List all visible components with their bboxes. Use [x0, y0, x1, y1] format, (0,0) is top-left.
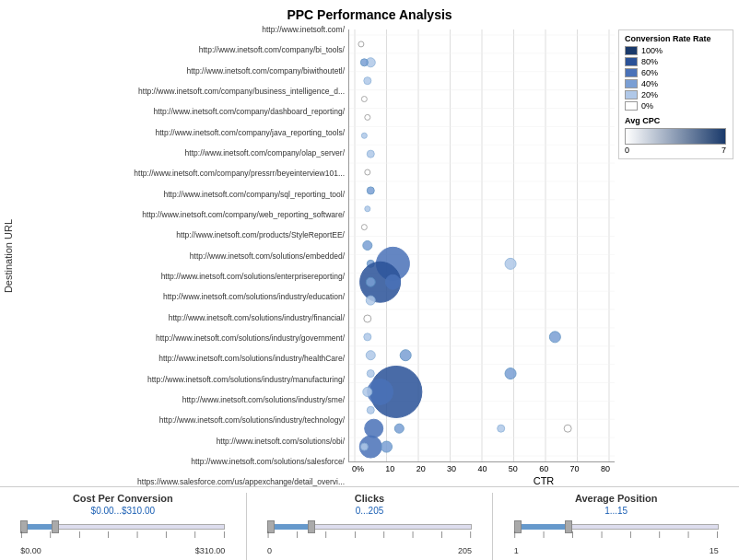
- y-tick-label: http://www.inetsoft.com/company/web_repo…: [17, 211, 345, 219]
- slider-panel-title: Average Position: [575, 493, 657, 504]
- chart-area: Destination URL http://www.inetsoft.com/…: [0, 26, 739, 486]
- main-container: PPC Performance Analysis Destination URL…: [0, 0, 739, 560]
- legend-item: 20%: [625, 90, 727, 99]
- slider-tick: |: [267, 530, 269, 538]
- slider-tick: |: [165, 530, 167, 538]
- svg-point-51: [366, 277, 375, 286]
- plot-area: [348, 29, 615, 462]
- y-tick-label: http://www.inetsoft.com/solutions/indust…: [17, 416, 345, 425]
- svg-point-50: [385, 274, 400, 289]
- x-tick-label: 30: [447, 464, 456, 473]
- svg-point-47: [505, 258, 516, 269]
- slider-right-label: $310.00: [195, 546, 226, 555]
- slider-track[interactable]: ||||||||: [267, 520, 472, 533]
- y-tick-label: http://www.inetsoft.com/solutions/indust…: [17, 396, 345, 404]
- legend-item: 100%: [625, 46, 727, 55]
- slider-panel: Cost Per Conversion $0.00...$310.00 ||||…: [0, 493, 247, 560]
- y-tick-label: http://www.inetsoft.com/company/sql_repo…: [17, 191, 345, 199]
- cpc-min: 0: [625, 146, 629, 155]
- slider-tick: |: [440, 530, 442, 538]
- slider-tick: |: [78, 530, 80, 538]
- y-tick-label: http://www.inetsoft.com/solutions/enterp…: [17, 273, 345, 281]
- slider-tick: |: [412, 530, 414, 538]
- slider-bottom-labels: $0.00 $310.00: [20, 546, 225, 555]
- bottom-section: Cost Per Conversion $0.00...$310.00 ||||…: [0, 486, 739, 560]
- svg-point-40: [367, 150, 374, 158]
- slider-track[interactable]: ||||||||: [514, 520, 719, 533]
- svg-point-56: [400, 350, 411, 361]
- y-tick-label: http://www.inetsoft.com/solutions/obi/: [17, 438, 345, 446]
- plot-and-legend: Conversion Rate Rate 100%80%60%40%20%0% …: [348, 26, 739, 462]
- slider-panel-title: Cost Per Conversion: [73, 493, 173, 504]
- slider-tick: |: [50, 530, 52, 538]
- svg-point-52: [366, 296, 375, 305]
- slider-range-label: 0...205: [356, 506, 384, 516]
- svg-point-65: [394, 424, 404, 433]
- cpc-max: 7: [721, 146, 726, 155]
- slider-tick: |: [194, 530, 196, 538]
- slider-tick: |: [108, 530, 110, 538]
- slider-tick: |: [20, 530, 22, 538]
- y-tick-label: http://www.inetsoft.com/solutions/embedd…: [17, 252, 345, 261]
- slider-bottom-labels: 0 205: [267, 546, 472, 555]
- slider-left-label: 0: [267, 546, 272, 555]
- y-tick-label: http://www.inetsoft.com/solutions/indust…: [17, 376, 345, 384]
- legend-swatch: [625, 101, 638, 111]
- y-label-container: Destination URL: [0, 26, 17, 486]
- slider-left-label: $0.00: [20, 546, 41, 555]
- svg-point-38: [365, 114, 370, 120]
- cpc-labels: 0 7: [625, 146, 726, 155]
- legend-label: 40%: [641, 79, 658, 88]
- y-axis-label: Destination URL: [3, 219, 14, 293]
- svg-point-62: [363, 387, 372, 396]
- svg-point-37: [361, 97, 367, 102]
- slider-panel: Average Position 1...15 |||||||| 1 15: [493, 493, 739, 560]
- slider-tick: |: [629, 530, 631, 538]
- slider-tick: |: [223, 530, 225, 538]
- slider-tick: |: [354, 530, 356, 538]
- y-tick-label: http://www.inetsoft.com/company/olap_ser…: [17, 149, 345, 158]
- x-tick-label: 20: [416, 464, 426, 473]
- y-tick-label: http://www.inetsoft.com/solutions/indust…: [17, 355, 345, 363]
- y-tick-label: http://www.inetsoft.com/company/dashboar…: [17, 108, 345, 116]
- y-tick-label: http://www.inetsoft.com/company/business…: [17, 88, 345, 96]
- y-tick-label: http://www.inetsoft.com/company/biwithou…: [17, 67, 345, 76]
- legend-swatch: [625, 68, 638, 77]
- legend-swatch: [625, 79, 638, 88]
- legend-swatch: [625, 57, 638, 66]
- legend-item: 80%: [625, 57, 727, 66]
- x-tick-label: 0%: [352, 464, 364, 473]
- svg-point-43: [365, 206, 370, 212]
- slider-tick: |: [571, 530, 573, 538]
- x-tick-label: 70: [570, 464, 580, 473]
- slider-range-label: 1...15: [604, 506, 628, 516]
- svg-point-35: [360, 59, 368, 66]
- x-tick-label: 80: [601, 464, 610, 473]
- legend-items: 100%80%60%40%20%0%: [625, 46, 727, 111]
- legend-swatch: [625, 90, 638, 99]
- slider-range-label: $0.00...$310.00: [91, 506, 156, 516]
- y-tick-label: http://www.inetsoft.com/solutions/salesf…: [17, 458, 345, 466]
- svg-point-63: [367, 406, 374, 414]
- x-tick-label: 10: [385, 464, 394, 473]
- y-tick-label: https://www.salesforce.com/us/appexchang…: [17, 478, 345, 486]
- slider-tick: |: [601, 530, 603, 538]
- legend-area: Conversion Rate Rate 100%80%60%40%20%0% …: [618, 29, 733, 159]
- cpc-bar-container: [625, 128, 727, 145]
- slider-track[interactable]: ||||||||: [20, 520, 225, 533]
- legend-item: 0%: [625, 101, 727, 111]
- svg-point-33: [358, 41, 364, 47]
- svg-point-59: [367, 370, 374, 378]
- y-tick-label: http://www.inetsoft.com/company/bi_tools…: [17, 46, 345, 54]
- slider-tick: |: [543, 530, 545, 538]
- svg-point-64: [365, 419, 383, 438]
- svg-point-54: [549, 332, 560, 343]
- slider-tick: |: [717, 530, 719, 538]
- svg-point-42: [367, 187, 374, 194]
- slider-right-label: 15: [710, 546, 719, 555]
- slider-tick: |: [659, 530, 661, 538]
- scatter-svg: [349, 29, 615, 461]
- slider-panel: Clicks 0...205 |||||||| 0 205: [247, 493, 494, 560]
- x-tick-label: 60: [539, 464, 548, 473]
- svg-point-36: [364, 77, 371, 85]
